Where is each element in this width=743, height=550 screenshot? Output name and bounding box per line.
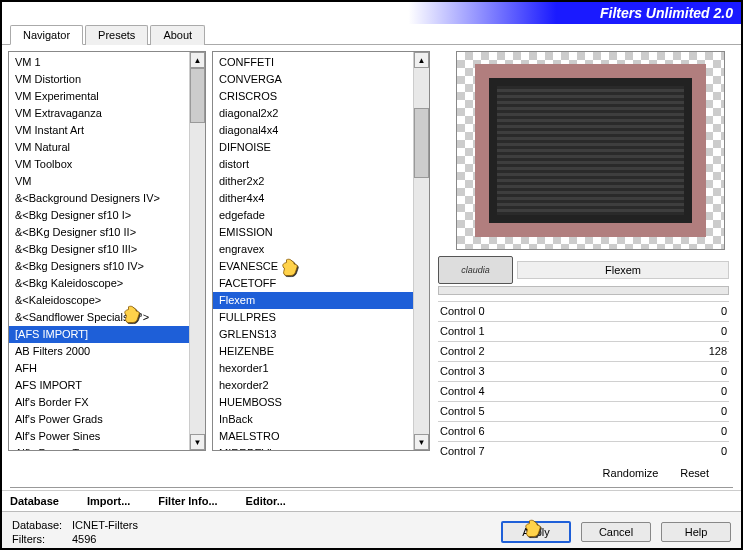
- category-list[interactable]: VM 1VM DistortionVM ExperimentalVM Extra…: [8, 51, 206, 451]
- list-item[interactable]: VM: [9, 173, 189, 190]
- list-item[interactable]: EMISSION: [213, 224, 413, 241]
- control-row[interactable]: Control 2128: [438, 341, 729, 361]
- control-row[interactable]: Control 30: [438, 361, 729, 381]
- list-item[interactable]: &<Bkg Designers sf10 IV>: [9, 258, 189, 275]
- scroll-thumb[interactable]: [414, 108, 429, 178]
- status-db-value: ICNET-Filters: [72, 518, 138, 532]
- scroll-down-icon[interactable]: ▼: [190, 434, 205, 450]
- control-row[interactable]: Control 60: [438, 421, 729, 441]
- tab-navigator[interactable]: Navigator: [10, 25, 83, 45]
- control-table: Control 00Control 10Control 2128Control …: [438, 301, 729, 461]
- list-item[interactable]: VM Distortion: [9, 71, 189, 88]
- list-item[interactable]: dither4x4: [213, 190, 413, 207]
- control-name: Control 6: [440, 424, 485, 439]
- control-row[interactable]: Control 00: [438, 301, 729, 321]
- control-value: 0: [721, 404, 727, 419]
- list-item[interactable]: diagonal4x4: [213, 122, 413, 139]
- list-item[interactable]: AB Filters 2000: [9, 343, 189, 360]
- randomize-button[interactable]: Randomize: [603, 467, 659, 479]
- cancel-button[interactable]: Cancel: [581, 522, 651, 542]
- tab-strip: Navigator Presets About: [2, 24, 741, 45]
- list-item[interactable]: Alf's Power Grads: [9, 411, 189, 428]
- list-item[interactable]: [AFS IMPORT]: [9, 326, 189, 343]
- control-row[interactable]: Control 10: [438, 321, 729, 341]
- list-item[interactable]: CONFFETI: [213, 54, 413, 71]
- category-column: VM 1VM DistortionVM ExperimentalVM Extra…: [8, 51, 206, 479]
- import-button[interactable]: Import...: [87, 495, 130, 507]
- list-item[interactable]: VM Toolbox: [9, 156, 189, 173]
- list-item[interactable]: &<Kaleidoscope>: [9, 292, 189, 309]
- list-item[interactable]: hexorder1: [213, 360, 413, 377]
- list-item[interactable]: VM Instant Art: [9, 122, 189, 139]
- list-item[interactable]: hexorder2: [213, 377, 413, 394]
- list-item[interactable]: distort: [213, 156, 413, 173]
- list-item[interactable]: Alf's Power Sines: [9, 428, 189, 445]
- app-title: Filters Unlimited 2.0: [600, 5, 733, 21]
- tab-presets[interactable]: Presets: [85, 25, 148, 45]
- list-item[interactable]: VM 1: [9, 54, 189, 71]
- control-name: Control 3: [440, 364, 485, 379]
- list-item[interactable]: &<Bkg Kaleidoscope>: [9, 275, 189, 292]
- status-bar: Database:ICNET-Filters Filters:4596 Appl…: [2, 511, 741, 550]
- scroll-up-icon[interactable]: ▲: [190, 52, 205, 68]
- list-item[interactable]: edgefade: [213, 207, 413, 224]
- list-item[interactable]: AFS IMPORT: [9, 377, 189, 394]
- control-row[interactable]: Control 50: [438, 401, 729, 421]
- status-filters-value: 4596: [72, 532, 96, 546]
- reset-button[interactable]: Reset: [680, 467, 709, 479]
- list-item[interactable]: &<Background Designers IV>: [9, 190, 189, 207]
- slider-strip[interactable]: [438, 286, 729, 295]
- control-name: Control 0: [440, 304, 485, 319]
- list-item[interactable]: HEIZENBE: [213, 343, 413, 360]
- control-name: Control 1: [440, 324, 485, 339]
- list-item[interactable]: InBack: [213, 411, 413, 428]
- list-item[interactable]: &<Bkg Designer sf10 III>: [9, 241, 189, 258]
- list-item[interactable]: HUEMBOSS: [213, 394, 413, 411]
- list-item[interactable]: &<Sandflower Specials°v°>: [9, 309, 189, 326]
- control-row[interactable]: Control 40: [438, 381, 729, 401]
- control-value: 0: [721, 364, 727, 379]
- list-item[interactable]: &<Bkg Designer sf10 I>: [9, 207, 189, 224]
- control-name: Control 4: [440, 384, 485, 399]
- control-value: 0: [721, 444, 727, 459]
- list-item[interactable]: Alf's Border FX: [9, 394, 189, 411]
- list-item[interactable]: CONVERGA: [213, 71, 413, 88]
- control-value: 0: [721, 324, 727, 339]
- watermark-badge: claudia: [438, 256, 513, 284]
- list-item[interactable]: VM Natural: [9, 139, 189, 156]
- list-item[interactable]: EVANESCE: [213, 258, 413, 275]
- filter-column: CONFFETICONVERGACRISCROSdiagonal2x2diago…: [212, 51, 430, 479]
- list-item[interactable]: MAELSTRO: [213, 428, 413, 445]
- list-item[interactable]: VM Extravaganza: [9, 105, 189, 122]
- preview-image: [456, 51, 725, 250]
- scroll-thumb[interactable]: [190, 68, 205, 123]
- list-item[interactable]: engravex: [213, 241, 413, 258]
- apply-button[interactable]: Apply: [501, 521, 571, 543]
- list-item[interactable]: FULLPRES: [213, 309, 413, 326]
- list-item[interactable]: Flexem: [213, 292, 413, 309]
- control-name: Control 5: [440, 404, 485, 419]
- tab-about[interactable]: About: [150, 25, 205, 45]
- list-item[interactable]: MIRRBEVL: [213, 445, 413, 450]
- list-item[interactable]: Alf's Power Toys: [9, 445, 189, 450]
- control-value: 0: [721, 304, 727, 319]
- list-item[interactable]: dither2x2: [213, 173, 413, 190]
- database-button[interactable]: Database: [10, 495, 59, 507]
- list-item[interactable]: AFH: [9, 360, 189, 377]
- filter-info-button[interactable]: Filter Info...: [158, 495, 217, 507]
- list-item[interactable]: GRLENS13: [213, 326, 413, 343]
- list-item[interactable]: diagonal2x2: [213, 105, 413, 122]
- filter-scrollbar[interactable]: ▲ ▼: [413, 52, 429, 450]
- list-item[interactable]: FACETOFF: [213, 275, 413, 292]
- list-item[interactable]: CRISCROS: [213, 88, 413, 105]
- editor-button[interactable]: Editor...: [246, 495, 286, 507]
- help-button[interactable]: Help: [661, 522, 731, 542]
- list-item[interactable]: &<BKg Designer sf10 II>: [9, 224, 189, 241]
- category-scrollbar[interactable]: ▲ ▼: [189, 52, 205, 450]
- filter-list[interactable]: CONFFETICONVERGACRISCROSdiagonal2x2diago…: [212, 51, 430, 451]
- scroll-down-icon[interactable]: ▼: [414, 434, 429, 450]
- list-item[interactable]: DIFNOISE: [213, 139, 413, 156]
- list-item[interactable]: VM Experimental: [9, 88, 189, 105]
- control-row[interactable]: Control 70: [438, 441, 729, 461]
- scroll-up-icon[interactable]: ▲: [414, 52, 429, 68]
